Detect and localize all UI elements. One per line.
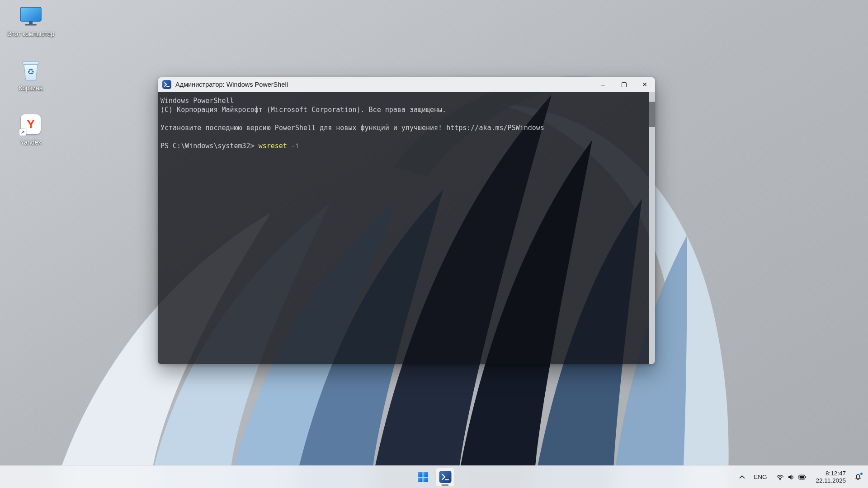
this-pc-icon: [19, 4, 43, 28]
minimize-button[interactable]: –: [593, 77, 613, 92]
taskbar-clock[interactable]: 8:12:47 22.11.2025: [811, 468, 850, 486]
scrollbar-thumb[interactable]: [649, 102, 655, 127]
console-prompt-line: PS C:\Windows\system32>wsreset-i: [160, 141, 645, 150]
wifi-icon: [776, 474, 784, 481]
windows-logo-icon: [418, 472, 428, 482]
powershell-taskbar-icon: [439, 471, 451, 483]
console-blank-line: [160, 132, 645, 141]
tray-date: 22.11.2025: [816, 477, 846, 484]
notification-badge: [860, 472, 863, 475]
shortcut-arrow-icon: ↗: [19, 129, 26, 136]
active-app-indicator: [442, 484, 449, 486]
desktop-icon-recycle-bin[interactable]: ♻ Корзина: [5, 58, 57, 105]
desktop-icon-this-pc[interactable]: Этот компьютер: [5, 4, 57, 51]
console-update-notice: Установите последнюю версию PowerShell д…: [160, 123, 645, 132]
desktop-icon-grid: Этот компьютер ♻ Корзина Y ↗ Yandex: [5, 4, 57, 159]
maximize-button[interactable]: [613, 77, 634, 92]
desktop-icon-label: Этот компьютер: [7, 30, 55, 38]
desktop-icon-label: Корзина: [19, 84, 42, 92]
tray-time: 8:12:47: [826, 470, 846, 477]
yandex-icon: Y ↗: [19, 112, 43, 136]
notification-bell-button[interactable]: [851, 468, 865, 486]
scrollbar[interactable]: [649, 92, 655, 364]
system-tray: ENG 8:12:47 22.11.2025: [736, 466, 865, 488]
console-blank-line: [160, 114, 645, 123]
console-command: wsreset: [259, 142, 287, 150]
console-banner-line: (C) Корпорация Майкрософт (Microsoft Cor…: [160, 105, 645, 114]
maximize-icon: [622, 82, 627, 87]
window-titlebar[interactable]: Администратор: Windows PowerShell – ✕: [158, 77, 655, 92]
taskbar-center: [414, 466, 455, 488]
console-argument: -i: [291, 142, 299, 150]
start-button[interactable]: [414, 468, 433, 487]
window-title: Администратор: Windows PowerShell: [175, 81, 288, 88]
quick-settings-button[interactable]: [772, 468, 811, 486]
taskbar: ENG 8:12:47 22.11.2025: [0, 465, 868, 488]
close-button[interactable]: ✕: [634, 77, 655, 92]
desktop-icon-label: Yandex: [20, 139, 41, 146]
console-banner-line: Windows PowerShell: [160, 96, 645, 105]
volume-icon: [788, 474, 795, 481]
battery-icon: [798, 474, 807, 480]
taskbar-powershell-button[interactable]: [436, 468, 455, 487]
console-prompt: PS C:\Windows\system32>: [160, 142, 255, 150]
tray-overflow-chevron[interactable]: [736, 468, 748, 486]
language-indicator[interactable]: ENG: [749, 468, 771, 486]
desktop-icon-yandex[interactable]: Y ↗ Yandex: [5, 112, 57, 159]
window-controls: – ✕: [593, 77, 655, 92]
console-output[interactable]: Windows PowerShell (C) Корпорация Майкро…: [158, 92, 655, 364]
powershell-window: Администратор: Windows PowerShell – ✕ Wi…: [158, 77, 655, 364]
svg-text:♻: ♻: [27, 67, 34, 76]
recycle-bin-icon: ♻: [19, 58, 43, 82]
chevron-up-icon: [739, 475, 745, 479]
powershell-titlebar-icon: [162, 80, 171, 89]
